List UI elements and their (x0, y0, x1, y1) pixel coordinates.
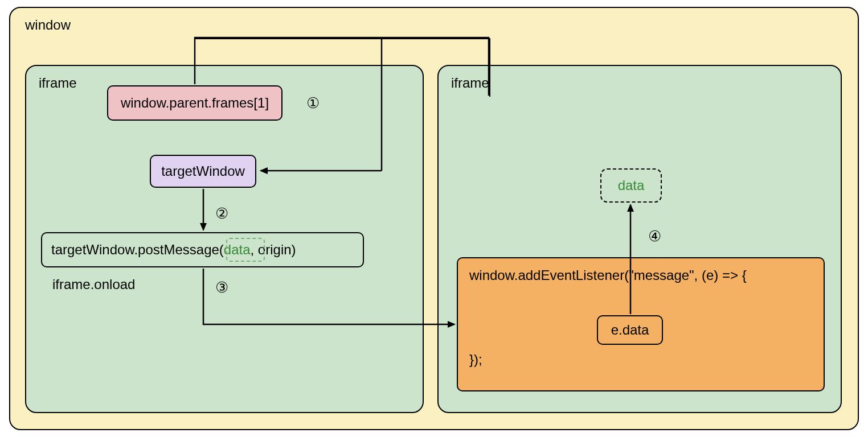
e-data-text: e.data (611, 322, 649, 338)
e-data-node: e.data (597, 315, 663, 345)
iframe-onload-label: iframe.onload (52, 277, 135, 292)
step-1: ① (306, 94, 320, 112)
listener-tail: }); (469, 352, 812, 368)
parent-frames-node: window.parent.frames[1] (107, 85, 282, 121)
data-node: data (600, 168, 662, 203)
listener-head: window.addEventListener("message", (e) =… (469, 267, 812, 283)
target-window-text: targetWindow (161, 163, 245, 179)
step-3: ③ (215, 279, 228, 296)
step-4: ④ (648, 228, 661, 245)
diagram-stage: window iframe iframe window.parent.frame… (0, 0, 868, 437)
post-message-data-outline (226, 238, 265, 262)
data-node-text: data (618, 178, 645, 193)
iframe-left-label: iframe (39, 75, 77, 91)
step-2: ② (215, 205, 228, 222)
iframe-right-label: iframe (451, 75, 489, 91)
parent-frames-text: window.parent.frames[1] (121, 95, 269, 111)
window-label: window (25, 17, 71, 33)
post-message-node: targetWindow.postMessage( data , origin) (41, 232, 364, 267)
target-window-node: targetWindow (150, 155, 256, 188)
post-message-prefix: targetWindow.postMessage( (51, 242, 224, 258)
